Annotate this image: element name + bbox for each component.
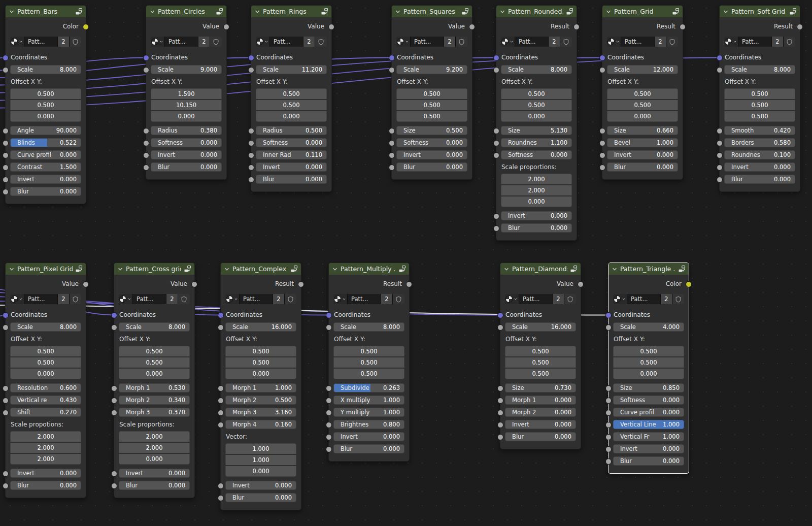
input-socket-scale[interactable] (218, 324, 224, 331)
vector-field[interactable]: 0.500 (225, 346, 296, 356)
slider-scale[interactable]: Scale8.000 (501, 65, 572, 74)
vector-field[interactable]: 0.500 (505, 357, 576, 368)
nodetree-selector[interactable]: Patt...2 (396, 37, 467, 47)
input-socket-invert[interactable] (605, 446, 612, 452)
slider-scale[interactable]: Scale16.000 (505, 322, 576, 332)
node-rounded[interactable]: Pattern_Rounded..ResultPatt...2Coordinat… (496, 5, 577, 241)
slider-resolution[interactable]: Resolution0.600 (10, 383, 81, 392)
input-socket-morph-2[interactable] (497, 410, 503, 416)
input-socket-vertical-fr[interactable] (605, 434, 612, 440)
input-socket-coordinates-multiply[interactable] (326, 312, 332, 318)
input-socket-y-multiply[interactable] (326, 410, 332, 416)
output-socket-squares[interactable] (469, 24, 475, 30)
node-header[interactable]: Pattern_Grid (602, 6, 683, 17)
slider-scale[interactable]: Scale4.000 (613, 322, 684, 332)
slider-scale[interactable]: Scale9.000 (151, 65, 222, 74)
input-socket-morph-2[interactable] (111, 398, 117, 404)
vector-field[interactable]: 0.000 (607, 111, 678, 122)
slider-size[interactable]: Size0.500 (396, 126, 467, 135)
output-socket-rounded[interactable] (573, 24, 580, 30)
slider-inner-rad[interactable]: Inner Rad0.110 (256, 150, 327, 159)
input-socket-softness[interactable] (389, 140, 395, 146)
nodetree-user-count[interactable]: 2 (166, 294, 178, 304)
slider-softness[interactable]: Softness0.000 (256, 138, 327, 147)
vector-field[interactable]: 2.000 (119, 443, 190, 453)
slider-blinds[interactable]: Blinds0.522 (10, 138, 81, 147)
fake-user-button[interactable] (392, 294, 404, 304)
slider-softness[interactable]: Softness0.000 (151, 138, 222, 147)
slider-size[interactable]: Size5.130 (501, 126, 572, 135)
vector-field[interactable]: 0.000 (119, 369, 190, 379)
input-socket-blur[interactable] (717, 177, 723, 183)
vector-field[interactable]: 0.500 (724, 100, 795, 110)
nodetree-browse-button[interactable] (396, 37, 410, 47)
vector-field[interactable]: 0.500 (119, 346, 190, 356)
slider-invert[interactable]: Invert0.000 (119, 469, 190, 478)
collapse-chevron-icon[interactable] (499, 9, 505, 15)
nodetree-user-count[interactable]: 2 (57, 294, 69, 304)
input-socket-coordinates-cross[interactable] (111, 312, 117, 318)
collapse-chevron-icon[interactable] (254, 9, 260, 15)
nodetree-selector[interactable]: Patt...2 (256, 37, 327, 47)
collapse-chevron-icon[interactable] (117, 266, 123, 272)
slider-morph-4[interactable]: Morph 40.160 (225, 420, 296, 429)
nodetree-user-count[interactable]: 2 (198, 37, 210, 47)
node-editor-canvas[interactable]: Pattern_BarsColorPatt...2CoordinatesScal… (0, 0, 812, 526)
nodetree-name-field[interactable]: Patt... (269, 37, 303, 47)
slider-scale[interactable]: Scale8.000 (333, 322, 404, 332)
output-socket-diamonds[interactable] (578, 281, 584, 287)
slider-invert[interactable]: Invert0.000 (724, 162, 795, 172)
slider-size[interactable]: Size0.660 (607, 126, 678, 135)
slider-contrast[interactable]: Contrast1.500 (10, 162, 81, 172)
slider-scale[interactable]: Scale8.000 (119, 322, 190, 332)
input-socket-coordinates-rounded[interactable] (493, 55, 499, 61)
input-socket-coordinates-diamonds[interactable] (497, 312, 503, 318)
vector-field[interactable]: 0.500 (10, 100, 81, 110)
nodetree-selector[interactable]: Patt...2 (333, 294, 404, 304)
slider-invert[interactable]: Invert0.000 (225, 481, 296, 490)
nodetree-name-field[interactable]: Patt... (410, 37, 444, 47)
input-socket-morph-1[interactable] (111, 385, 117, 391)
input-socket-invert[interactable] (717, 165, 723, 171)
input-socket-scale[interactable] (493, 67, 499, 73)
slider-scale[interactable]: Scale11.200 (256, 65, 327, 74)
slider-blur[interactable]: Blur0.000 (724, 175, 795, 184)
input-socket-blur[interactable] (599, 165, 605, 171)
output-socket-triangle[interactable] (686, 281, 692, 287)
node-bars[interactable]: Pattern_BarsColorPatt...2CoordinatesScal… (5, 5, 86, 204)
input-socket-roundnes[interactable] (717, 152, 723, 158)
vector-field[interactable]: 0.500 (607, 100, 678, 110)
slider-scale[interactable]: Scale12.000 (607, 65, 678, 74)
slider-blur[interactable]: Blur0.000 (151, 162, 222, 172)
slider-curve-profil[interactable]: Curve profil0.000 (613, 408, 684, 417)
vector-field[interactable]: 10.150 (151, 100, 222, 110)
input-socket-blur[interactable] (605, 458, 612, 465)
node-softgrid[interactable]: Pattern_Soft GridResultPatt...2Coordinat… (719, 5, 800, 192)
input-socket-invert[interactable] (3, 471, 9, 477)
input-socket-blur[interactable] (3, 189, 9, 195)
slider-vertical-re[interactable]: Vertical re0.430 (10, 396, 81, 405)
vector-field[interactable]: 0.500 (501, 100, 572, 110)
nodetree-name-field[interactable]: Patt... (239, 294, 273, 304)
slider-blur[interactable]: Blur0.000 (10, 187, 81, 196)
input-socket-angle[interactable] (3, 128, 9, 134)
vector-field[interactable]: 2.000 (501, 185, 572, 195)
output-socket-multiply[interactable] (406, 281, 412, 287)
node-header[interactable]: Pattern_Diamonds (500, 263, 581, 275)
vector-field[interactable]: 0.500 (396, 111, 467, 122)
input-socket-brightnes[interactable] (326, 422, 332, 428)
node-header[interactable]: Pattern_Triangle .. (608, 263, 689, 275)
vector-field[interactable]: 2.000 (501, 174, 572, 184)
collapse-chevron-icon[interactable] (723, 9, 729, 15)
node-header[interactable]: Pattern_Bars (6, 6, 86, 17)
nodetree-browse-button[interactable] (151, 37, 164, 47)
vector-field[interactable]: 0.500 (396, 88, 467, 99)
slider-scale[interactable]: Scale8.000 (724, 65, 795, 74)
node-header[interactable]: Pattern_Circles (146, 6, 226, 17)
output-socket-pixel[interactable] (83, 281, 89, 287)
nodetree-name-field[interactable]: Patt... (519, 294, 552, 304)
input-socket-blur[interactable] (248, 177, 254, 183)
input-socket-radius[interactable] (143, 128, 149, 134)
input-socket-vertical-re[interactable] (3, 398, 9, 404)
input-socket-coordinates-grid[interactable] (599, 55, 605, 61)
